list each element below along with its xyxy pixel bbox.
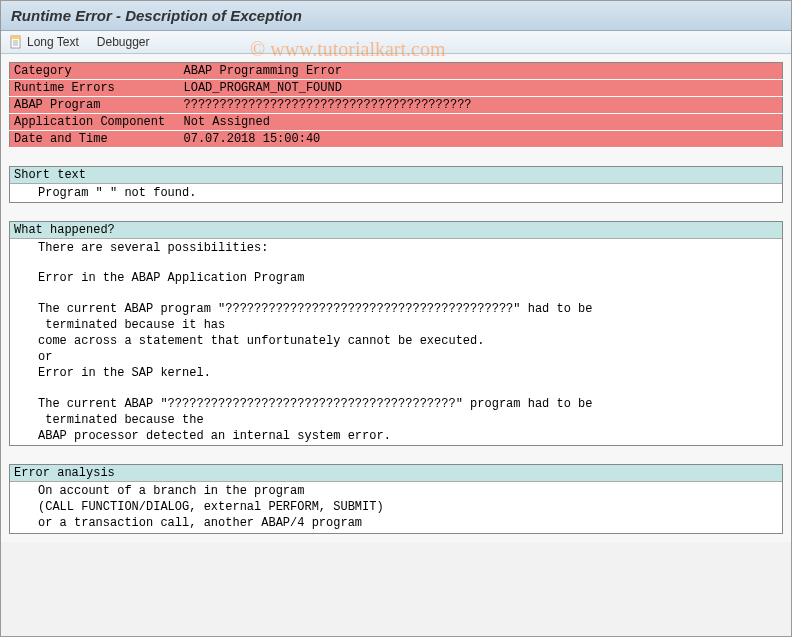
error-info-label: Runtime Errors (10, 80, 180, 97)
content-area: CategoryABAP Programming ErrorRuntime Er… (1, 54, 791, 542)
error-info-row: CategoryABAP Programming Error (10, 63, 783, 80)
section-body: Program " " not found. (10, 184, 782, 202)
section-line: or a transaction call, another ABAP/4 pr… (10, 515, 782, 531)
section-line: Error in the ABAP Application Program (10, 270, 782, 286)
section-header: Short text (10, 167, 782, 184)
section-line: or (10, 349, 782, 365)
section-body: On account of a branch in the program(CA… (10, 482, 782, 533)
error-info-value: ABAP Programming Error (180, 63, 783, 80)
section-body: There are several possibilities:Error in… (10, 239, 782, 445)
error-info-value: ???????????????????????????????????????? (180, 97, 783, 114)
error-info-label: Date and Time (10, 131, 180, 148)
section-box: Short textProgram " " not found. (9, 166, 783, 203)
section-line: terminated because the (10, 412, 782, 428)
section-line (10, 287, 782, 301)
error-info-row: Application ComponentNot Assigned (10, 114, 783, 131)
section-header: Error analysis (10, 465, 782, 482)
debugger-button[interactable]: Debugger (97, 35, 150, 49)
section-line (10, 382, 782, 396)
error-info-row: ABAP Program????????????????????????????… (10, 97, 783, 114)
section-line: There are several possibilities: (10, 240, 782, 256)
document-icon (9, 35, 23, 49)
error-info-value: LOAD_PROGRAM_NOT_FOUND (180, 80, 783, 97)
section-line: The current ABAP "??????????????????????… (10, 396, 782, 412)
section-line: Program " " not found. (10, 185, 782, 201)
section-line: come across a statement that unfortunate… (10, 333, 782, 349)
long-text-button[interactable]: Long Text (9, 35, 79, 49)
section-header: What happened? (10, 222, 782, 239)
section-line: The current ABAP program "??????????????… (10, 301, 782, 317)
svg-rect-1 (11, 36, 20, 39)
section-line: On account of a branch in the program (10, 483, 782, 499)
section-box: Error analysisOn account of a branch in … (9, 464, 783, 534)
section-line: Error in the SAP kernel. (10, 365, 782, 381)
error-info-label: Application Component (10, 114, 180, 131)
section-line: terminated because it has (10, 317, 782, 333)
long-text-label: Long Text (27, 35, 79, 49)
section-box: What happened?There are several possibil… (9, 221, 783, 446)
toolbar: Long Text Debugger (1, 31, 791, 54)
error-info-label: Category (10, 63, 180, 80)
section-line: (CALL FUNCTION/DIALOG, external PERFORM,… (10, 499, 782, 515)
error-info-row: Runtime ErrorsLOAD_PROGRAM_NOT_FOUND (10, 80, 783, 97)
section-line: ABAP processor detected an internal syst… (10, 428, 782, 444)
error-info-row: Date and Time07.07.2018 15:00:40 (10, 131, 783, 148)
error-info-table: CategoryABAP Programming ErrorRuntime Er… (9, 62, 783, 148)
error-info-value: 07.07.2018 15:00:40 (180, 131, 783, 148)
section-line (10, 256, 782, 270)
error-info-value: Not Assigned (180, 114, 783, 131)
window-title: Runtime Error - Description of Exception (1, 1, 791, 31)
debugger-label: Debugger (97, 35, 150, 49)
error-info-label: ABAP Program (10, 97, 180, 114)
